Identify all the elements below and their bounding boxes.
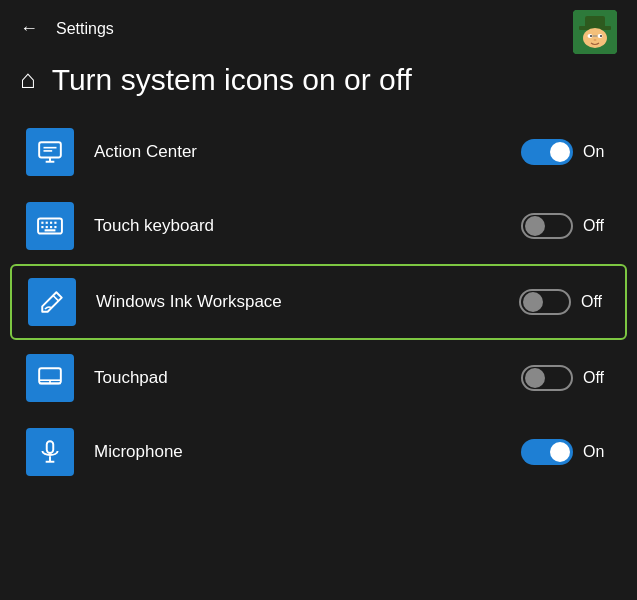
action-center-icon: [26, 128, 74, 176]
svg-point-6: [590, 35, 592, 37]
touch-keyboard-status: Off: [583, 217, 611, 235]
svg-rect-2: [585, 16, 605, 28]
touchpad-label: Touchpad: [94, 368, 521, 388]
touchpad-icon: [26, 354, 74, 402]
touch-keyboard-toggle-knob: [525, 216, 545, 236]
svg-rect-21: [46, 226, 48, 228]
page-title-area: ⌂ Turn system icons on or off: [0, 53, 637, 116]
action-center-label: Action Center: [94, 142, 521, 162]
svg-rect-10: [39, 142, 61, 157]
touchpad-status: Off: [583, 369, 611, 387]
windows-ink-toggle-knob: [523, 292, 543, 312]
microphone-label: Microphone: [94, 442, 521, 462]
action-center-status: On: [583, 143, 611, 161]
avatar-image: [573, 10, 617, 54]
svg-rect-24: [45, 229, 56, 231]
touch-keyboard-toggle[interactable]: [521, 213, 573, 239]
touch-keyboard-label: Touch keyboard: [94, 216, 521, 236]
svg-rect-22: [50, 226, 52, 228]
microphone-toggle[interactable]: [521, 439, 573, 465]
home-icon: ⌂: [20, 64, 36, 95]
settings-item-touch-keyboard: Touch keyboardOff: [10, 190, 627, 262]
windows-ink-toggle-area: Off: [519, 289, 609, 315]
svg-rect-20: [41, 226, 43, 228]
touchpad-toggle-area: Off: [521, 365, 611, 391]
settings-item-action-center: Action CenterOn: [10, 116, 627, 188]
microphone-toggle-area: On: [521, 439, 611, 465]
touchpad-toggle[interactable]: [521, 365, 573, 391]
svg-point-9: [594, 39, 597, 41]
touchpad-toggle-knob: [525, 368, 545, 388]
microphone-status: On: [583, 443, 611, 461]
svg-rect-18: [50, 222, 52, 224]
microphone-icon: [26, 428, 74, 476]
settings-item-microphone: MicrophoneOn: [10, 416, 627, 488]
microphone-toggle-knob: [550, 442, 570, 462]
settings-item-touchpad: TouchpadOff: [10, 342, 627, 414]
action-center-toggle[interactable]: [521, 139, 573, 165]
touch-keyboard-icon: [26, 202, 74, 250]
settings-items-list: Action CenterOn Touch keyboardOff Window…: [0, 116, 637, 488]
windows-ink-icon: [28, 278, 76, 326]
windows-ink-label: Windows Ink Workspace: [96, 292, 519, 312]
svg-point-7: [600, 35, 602, 37]
windows-ink-status: Off: [581, 293, 609, 311]
svg-rect-16: [41, 222, 43, 224]
page-title: Turn system icons on or off: [52, 63, 412, 96]
svg-line-25: [53, 296, 58, 301]
svg-rect-17: [46, 222, 48, 224]
header: ← Settings: [0, 0, 637, 53]
avatar[interactable]: [573, 10, 617, 54]
back-button[interactable]: ←: [20, 14, 46, 43]
action-center-toggle-area: On: [521, 139, 611, 165]
touch-keyboard-toggle-area: Off: [521, 213, 611, 239]
windows-ink-toggle[interactable]: [519, 289, 571, 315]
svg-rect-30: [47, 441, 54, 453]
svg-rect-23: [54, 226, 56, 228]
header-title: Settings: [56, 20, 114, 38]
action-center-toggle-knob: [550, 142, 570, 162]
svg-rect-19: [54, 222, 56, 224]
settings-item-windows-ink: Windows Ink WorkspaceOff: [10, 264, 627, 340]
